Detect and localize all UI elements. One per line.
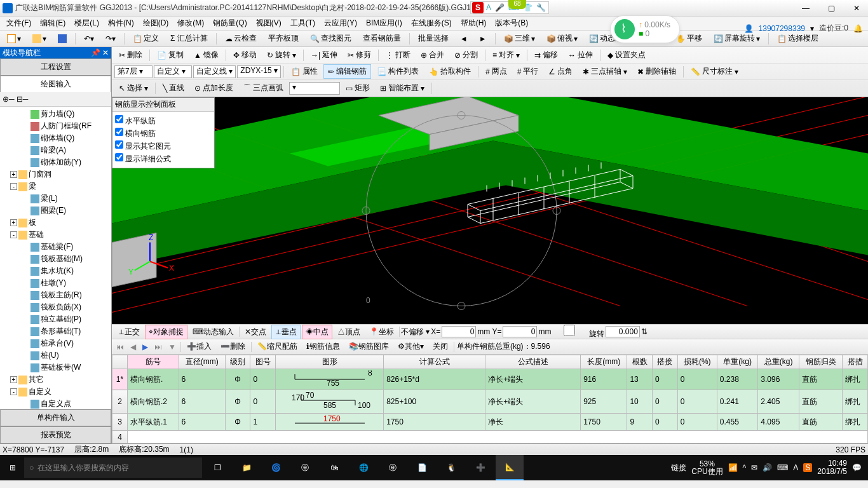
tree-foundation[interactable]: -基础 <box>1 229 110 241</box>
rebar-info-button[interactable]: ℹ钢筋信息 <box>303 340 343 353</box>
tree-masonry-rebar[interactable]: 砌体加筋(Y) <box>1 156 110 168</box>
tree-slab[interactable]: +板 <box>1 217 110 229</box>
x-input[interactable] <box>442 326 476 337</box>
up-tray-icon[interactable]: ^ <box>743 463 747 472</box>
offset-combo[interactable]: 不偏移 ▾ <box>401 327 430 337</box>
edit-rebar-button[interactable]: ✏编辑钢筋 <box>323 64 371 79</box>
offset-button[interactable]: ⇉偏移 <box>530 48 562 62</box>
expand-icon[interactable]: ⊕─ <box>3 95 15 104</box>
notification-icon[interactable]: 💬 <box>852 463 862 472</box>
twopoint-button[interactable]: #两点 <box>481 64 512 79</box>
tree-other[interactable]: +其它 <box>1 374 110 386</box>
play-nav[interactable]: ▶ <box>140 342 150 351</box>
tree-hidden-beam[interactable]: 暗梁(A) <box>1 144 110 156</box>
menu-rebar[interactable]: 钢筋量(Q) <box>209 17 250 30</box>
menu-version[interactable]: 版本号(B) <box>491 17 532 30</box>
col-cnt[interactable]: 根数 <box>627 355 653 369</box>
tree-f9[interactable]: 桩承台(V) <box>1 337 110 349</box>
tree-beam[interactable]: -梁 <box>1 180 110 193</box>
task-view-icon[interactable]: ❐ <box>203 455 231 480</box>
last-nav[interactable]: ⏭ <box>153 342 164 351</box>
menu-view[interactable]: 视图(V) <box>252 17 285 30</box>
pick-button[interactable]: 👆拾取构件 <box>424 64 475 79</box>
smart-layout-button[interactable]: ⊞智能布置▾ <box>376 81 429 95</box>
mid-button[interactable]: ◈中点 <box>302 325 332 339</box>
app1-icon[interactable]: 🌀 <box>262 455 290 480</box>
line-button[interactable]: ╲直线 <box>158 81 189 95</box>
menu-cloud[interactable]: 云应用(Y) <box>320 17 361 30</box>
col-img[interactable]: 图号 <box>250 355 276 369</box>
col-tw[interactable]: 总重(kg) <box>758 355 799 369</box>
prev-button[interactable]: ◄ <box>456 32 472 45</box>
tree-f3[interactable]: 集水坑(K) <box>1 265 110 277</box>
component-tree[interactable]: 剪力墙(Q) 人防门框墙(RF 砌体墙(Q) 暗梁(A) 砌体加筋(Y) +门窗… <box>0 107 111 409</box>
inter-button[interactable]: ✕交点 <box>241 325 270 339</box>
mirror-button[interactable]: ▲镜像 <box>189 48 223 62</box>
tree-f4[interactable]: 柱墩(Y) <box>1 277 110 289</box>
scale-rebar-button[interactable]: 📏缩尺配筋 <box>254 340 301 353</box>
menu-file[interactable]: 文件(F) <box>3 17 35 30</box>
trim-button[interactable]: ✂修剪 <box>343 48 376 62</box>
rect-button[interactable]: ▭矩形 <box>341 81 374 95</box>
volume-icon[interactable]: 🔊 <box>763 463 772 472</box>
new-button[interactable]: ▾ <box>3 32 25 45</box>
angle-button[interactable]: ∠点角 <box>544 64 577 79</box>
floor-combo[interactable]: 第7层 ▾ <box>114 65 153 78</box>
ggj-icon[interactable]: 📐 <box>496 455 524 480</box>
dimension-button[interactable]: 📏尺寸标注▾ <box>686 64 743 79</box>
del-aux-button[interactable]: ✖删除辅轴 <box>633 64 681 79</box>
close-panel-icon[interactable]: ✕ <box>102 48 109 57</box>
table-row[interactable]: 1* 横向钢筋.6Φ0 8755 826+15*d净长+端头91613000.2… <box>112 369 868 390</box>
tree-f5[interactable]: 筏板主筋(R) <box>1 289 110 301</box>
rebar-lib-button[interactable]: 📚钢筋图库 <box>346 340 392 353</box>
spinner-icon[interactable]: ⇅ <box>641 327 648 336</box>
tree-f2[interactable]: 筏板基础(M) <box>1 253 110 265</box>
other-button[interactable]: ⚙其他▾ <box>395 340 427 353</box>
perp-button[interactable]: ⊥垂点 <box>271 325 301 339</box>
collapse-icon[interactable]: ⊟─ <box>17 95 29 104</box>
sogou-tray-icon[interactable]: S <box>803 463 812 472</box>
tab-draw-input[interactable]: 绘图输入 <box>0 76 111 92</box>
tree-masonry[interactable]: 砌体墙(Q) <box>1 132 110 144</box>
end-button[interactable]: △顶点 <box>334 325 364 339</box>
close-button[interactable]: ✕ <box>848 4 865 13</box>
subtype-combo[interactable]: 自定义线 ▾ <box>193 65 236 78</box>
category-combo[interactable]: 自定义 ▾ <box>154 65 192 78</box>
tree-f10[interactable]: 桩(U) <box>1 349 110 362</box>
redo-button[interactable]: ↷▾ <box>101 32 120 45</box>
user-icon[interactable]: 👤 <box>744 24 754 33</box>
rebar-table[interactable]: 筋号 直径(mm) 级别 图号 图形 计算公式 公式描述 长度(mm) 根数 搭… <box>112 355 868 444</box>
col-len[interactable]: 长度(mm) <box>581 355 627 369</box>
rotate-checkbox[interactable]: 旋转 <box>552 325 604 339</box>
link-label[interactable]: 链接 <box>671 463 686 473</box>
account-dropdown[interactable]: ▾ <box>810 24 814 33</box>
col-lvl[interactable]: 级别 <box>225 355 250 369</box>
menu-tools[interactable]: 工具(T) <box>287 17 319 30</box>
col-formula[interactable]: 计算公式 <box>384 355 485 369</box>
store-icon[interactable]: 🛍 <box>320 455 348 480</box>
keyboard-icon[interactable]: ⌨ <box>777 463 788 472</box>
undo-button[interactable]: ↶▾ <box>79 32 98 45</box>
move-button[interactable]: ✥移动 <box>229 48 261 62</box>
tree-custom-point[interactable]: 自定义点 <box>1 398 110 409</box>
stretch-button[interactable]: ↔拉伸 <box>564 48 597 62</box>
find-button[interactable]: 🔍查找图元 <box>306 31 356 46</box>
browser-icon[interactable]: 🌐 <box>349 455 377 480</box>
next-button[interactable]: ► <box>475 32 491 45</box>
chk-transverse[interactable]: 横向钢筋 <box>115 127 212 140</box>
merge-button[interactable]: ⊕合并 <box>416 48 449 62</box>
minimize-button[interactable]: — <box>797 4 815 13</box>
coord-button[interactable]: 📍坐标 <box>365 325 398 339</box>
col-desc[interactable]: 公式描述 <box>485 355 581 369</box>
clock[interactable]: 10:492018/7/5 <box>817 459 847 476</box>
tab-project-setting[interactable]: 工程设置 <box>0 58 111 76</box>
col-uw[interactable]: 单重(kg) <box>717 355 758 369</box>
tree-f6[interactable]: 筏板负筋(X) <box>1 301 110 313</box>
insert-row-button[interactable]: ➕插入 <box>184 340 215 353</box>
col-lap[interactable]: 搭接 <box>653 355 678 369</box>
osnap-button[interactable]: ⌖对象捕捉 <box>145 325 187 339</box>
arc-combo[interactable]: ▾ <box>289 82 340 95</box>
close-data-button[interactable]: 关闭 <box>430 340 451 353</box>
set-grip-button[interactable]: ◆设置夹点 <box>603 48 650 62</box>
tree-f8[interactable]: 条形基础(T) <box>1 325 110 337</box>
